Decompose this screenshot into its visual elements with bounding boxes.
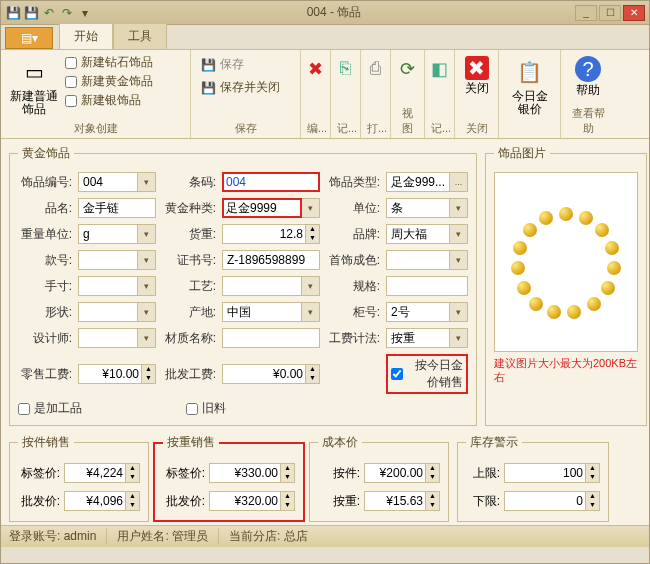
minimize-button[interactable]: _: [575, 5, 597, 21]
product-image[interactable]: [494, 172, 638, 352]
lower-input[interactable]: [504, 491, 586, 511]
image-fieldset: 饰品图片 建议图片大小最大为200KB左右: [485, 145, 647, 426]
stock-input[interactable]: [222, 224, 306, 244]
color-input[interactable]: [386, 250, 450, 270]
craft-input[interactable]: [222, 276, 302, 296]
feecalc-input[interactable]: [386, 328, 450, 348]
wholefee-spin[interactable]: ▲▼: [306, 364, 320, 384]
main-legend: 黄金饰品: [18, 145, 74, 162]
status-account: admin: [64, 529, 97, 543]
image-legend: 饰品图片: [494, 145, 550, 162]
today-price-check[interactable]: 按今日金价销售: [386, 354, 468, 394]
help-button[interactable]: ?帮助: [567, 54, 609, 99]
upper-input[interactable]: [504, 463, 586, 483]
code-input[interactable]: [78, 172, 138, 192]
feecalc-dd[interactable]: ▾: [450, 328, 468, 348]
code-dd[interactable]: ▾: [138, 172, 156, 192]
origin-input[interactable]: [222, 302, 302, 322]
style-input[interactable]: [78, 250, 138, 270]
processed-check[interactable]: 是加工品: [18, 400, 156, 417]
status-branch: 总店: [284, 529, 308, 543]
new-silver-check[interactable]: 新建银饰品: [65, 92, 153, 109]
titlebar: 💾 💾 ↶ ↷ ▾ 004 - 饰品 _ ☐ ✕: [1, 1, 649, 25]
type-dd[interactable]: ...: [450, 172, 468, 192]
goldkind-input[interactable]: [222, 198, 302, 218]
piece-tag-input[interactable]: [64, 463, 126, 483]
stock-spin[interactable]: ▲▼: [306, 224, 320, 244]
counter-dd[interactable]: ▾: [450, 302, 468, 322]
weight-whole-input[interactable]: [209, 491, 281, 511]
view-button[interactable]: ⟳: [397, 54, 418, 94]
maximize-button[interactable]: ☐: [599, 5, 621, 21]
counter-input[interactable]: [386, 302, 450, 322]
barcode-input[interactable]: [222, 172, 320, 192]
ribbon-tabs: ▤▾ 开始 工具: [1, 25, 649, 49]
ribbon: ▭ 新建普通饰品 新建钻石饰品 新建黄金饰品 新建银饰品 对象创建 💾保存 💾保…: [1, 49, 649, 139]
unit-input[interactable]: [386, 198, 450, 218]
tab-tools[interactable]: 工具: [113, 23, 167, 49]
close-icon: ✖: [465, 56, 489, 80]
old-check[interactable]: 旧料: [162, 400, 320, 417]
goldkind-dd[interactable]: ▾: [302, 198, 320, 218]
cost-weight-input[interactable]: [364, 491, 426, 511]
size-input[interactable]: [78, 276, 138, 296]
retailfee-input[interactable]: [78, 364, 142, 384]
size-dd[interactable]: ▾: [138, 276, 156, 296]
document-icon: ▭: [18, 56, 50, 88]
undo-icon[interactable]: ↶: [41, 5, 57, 21]
wholefee-input[interactable]: [222, 364, 306, 384]
cost-piece-input[interactable]: [364, 463, 426, 483]
save-button[interactable]: 💾保存: [197, 54, 284, 75]
origin-dd[interactable]: ▾: [302, 302, 320, 322]
save-icon: 💾: [201, 58, 216, 72]
close-button[interactable]: ✖关闭: [461, 54, 492, 97]
cert-input[interactable]: [222, 250, 320, 270]
tab-start[interactable]: 开始: [59, 23, 113, 49]
new-diamond-check[interactable]: 新建钻石饰品: [65, 54, 153, 71]
designer-dd[interactable]: ▾: [138, 328, 156, 348]
status-bar: 登录账号: admin 用户姓名: 管理员 当前分店: 总店: [1, 525, 649, 547]
color-dd[interactable]: ▾: [450, 250, 468, 270]
shape-dd[interactable]: ▾: [138, 302, 156, 322]
shape-input[interactable]: [78, 302, 138, 322]
price-icon: 📋: [514, 56, 546, 88]
weight-tag-input[interactable]: [209, 463, 281, 483]
matname-input[interactable]: [222, 328, 320, 348]
stockwarn-fieldset: 库存警示 上限: ▲▼ 下限: ▲▼: [457, 434, 609, 522]
app-menu-button[interactable]: ▤▾: [5, 27, 53, 49]
new-normal-button[interactable]: ▭ 新建普通饰品: [7, 54, 61, 118]
refresh-icon: ⟳: [400, 58, 415, 80]
retailfee-spin[interactable]: ▲▼: [142, 364, 156, 384]
edit-button[interactable]: ✖: [307, 54, 324, 94]
redo-icon[interactable]: ↷: [59, 5, 75, 21]
style-dd[interactable]: ▾: [138, 250, 156, 270]
cost-fieldset: 成本价 按件: ▲▼ 按重: ▲▼: [309, 434, 449, 522]
brand-dd[interactable]: ▾: [450, 224, 468, 244]
record-button[interactable]: ⎘: [337, 54, 354, 94]
type-input[interactable]: [386, 172, 450, 192]
close-window-button[interactable]: ✕: [623, 5, 645, 21]
save-icon[interactable]: 💾: [5, 5, 21, 21]
record2-button[interactable]: ◧: [431, 54, 448, 94]
content-area: 黄金饰品 饰品编号: ▾ 条码: 饰品类型: ... 品名: 黄金种类: ▾ 单…: [1, 139, 649, 525]
qat-dropdown-icon[interactable]: ▾: [77, 5, 93, 21]
print-button[interactable]: ⎙: [367, 54, 384, 94]
piece-whole-input[interactable]: [64, 491, 126, 511]
wunit-input[interactable]: [78, 224, 138, 244]
unit-dd[interactable]: ▾: [450, 198, 468, 218]
craft-dd[interactable]: ▾: [302, 276, 320, 296]
weight-fieldset: 按重销售 标签价: ▲▼ 批发价: ▲▼: [153, 434, 305, 522]
spec-input[interactable]: [386, 276, 468, 296]
window-title: 004 - 饰品: [93, 4, 575, 21]
designer-input[interactable]: [78, 328, 138, 348]
brand-input[interactable]: [386, 224, 450, 244]
help-icon: ?: [575, 56, 601, 82]
today-price-button[interactable]: 📋今日金银价: [505, 54, 554, 118]
name-input[interactable]: [78, 198, 156, 218]
nav-icon: ◧: [431, 58, 448, 80]
delete-icon: ✖: [308, 58, 323, 80]
save-close-button[interactable]: 💾保存并关闭: [197, 77, 284, 98]
wunit-dd[interactable]: ▾: [138, 224, 156, 244]
new-gold-check[interactable]: 新建黄金饰品: [65, 73, 153, 90]
saveclose-icon[interactable]: 💾: [23, 5, 39, 21]
